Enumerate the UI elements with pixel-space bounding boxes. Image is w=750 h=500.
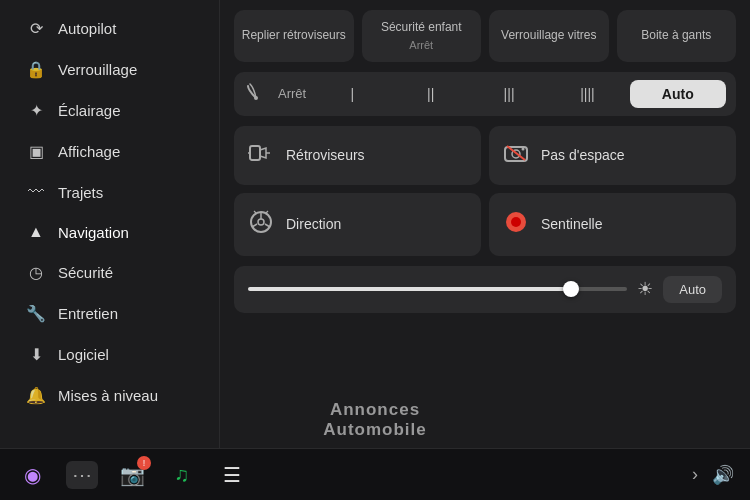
autopilot-icon: ⟳ [26,19,46,38]
sidebar-item-trajets[interactable]: 〰 Trajets [6,172,213,212]
sidebar-item-mises-a-niveau[interactable]: 🔔 Mises à niveau [6,375,213,416]
navigation-icon: ▲ [26,223,46,241]
taskbar-radio-icon[interactable]: ◉ [16,459,48,491]
sun-icon: ☀ [637,278,653,300]
wiper-icon [244,82,268,105]
sidebar-item-navigation[interactable]: ▲ Navigation [6,212,213,252]
wiper-speed-1[interactable]: | [316,80,388,108]
sentinelle-card[interactable]: Sentinelle [489,193,736,256]
boite-gants-title: Boite à gants [623,28,731,44]
spotify-icon: ♫ [175,463,190,486]
sidebar-label-affichage: Affichage [58,143,120,160]
espace-label: Pas d'espace [541,147,625,163]
record-icon [503,209,529,240]
sidebar-item-verrouillage[interactable]: 🔒 Verrouillage [6,49,213,90]
svg-point-0 [254,96,258,100]
files-icon: ☰ [223,463,241,487]
sidebar-label-verrouillage: Verrouillage [58,61,137,78]
verrouillage-vitres-title: Verrouillage vitres [495,28,603,44]
security-icon: ◷ [26,263,46,282]
sidebar-label-logiciel: Logiciel [58,346,109,363]
sidebar-item-securite[interactable]: ◷ Sécurité [6,252,213,293]
sidebar-label-autopilot: Autopilot [58,20,116,37]
wiper-auto-button[interactable]: Auto [630,80,726,108]
sidebar-item-eclairage[interactable]: ✦ Éclairage [6,90,213,131]
chevron-right-icon[interactable]: › [692,464,698,485]
lock-icon: 🔒 [26,60,46,79]
sidebar-item-entretien[interactable]: 🔧 Entretien [6,293,213,334]
brightness-control: ☀ Auto [234,266,736,313]
sidebar-item-logiciel[interactable]: ⬇ Logiciel [6,334,213,375]
wiper-control: Arrêt | || ||| |||| Auto [234,72,736,116]
taskbar-apps-icon[interactable]: ⋯ [66,459,98,491]
taskbar-right: › 🔊 [692,464,734,486]
direction-card[interactable]: Direction [234,193,481,256]
wrench-icon: 🔧 [26,304,46,323]
verrouillage-vitres-button[interactable]: Verrouillage vitres [489,10,609,62]
svg-point-6 [258,219,264,225]
brightness-slider[interactable] [248,287,627,291]
mirror-icon [248,142,274,169]
display-icon: ▣ [26,142,46,161]
sidebar-label-securite: Sécurité [58,264,113,281]
brightness-auto-button[interactable]: Auto [663,276,722,303]
boite-gants-button[interactable]: Boite à gants [617,10,737,62]
wiper-speed-4[interactable]: |||| [551,80,623,108]
retro-card[interactable]: Rétroviseurs [234,126,481,185]
gear-icon: ✦ [26,101,46,120]
sidebar-item-autopilot[interactable]: ⟳ Autopilot [6,8,213,49]
espace-card[interactable]: Pas d'espace [489,126,736,185]
retro-label: Rétroviseurs [286,147,365,163]
wiper-speed-2[interactable]: || [395,80,467,108]
sidebar-label-entretien: Entretien [58,305,118,322]
main-content: Replier rétroviseurs Sécurité enfant Arr… [220,0,750,448]
sidebar: ⟳ Autopilot 🔒 Verrouillage ✦ Éclairage ▣… [0,0,220,448]
sidebar-label-navigation: Navigation [58,224,129,241]
sidebar-label-trajets: Trajets [58,184,103,201]
direction-label: Direction [286,216,341,232]
taskbar-files-icon[interactable]: ☰ [216,459,248,491]
bell-icon: 🔔 [26,386,46,405]
securite-enfant-subtitle: Arrêt [368,38,476,52]
securite-enfant-button[interactable]: Sécurité enfant Arrêt [362,10,482,62]
radio-icon: ◉ [24,463,41,487]
apps-icon: ⋯ [66,461,98,489]
svg-point-8 [511,217,521,227]
securite-enfant-title: Sécurité enfant [368,20,476,36]
svg-rect-1 [250,146,260,160]
sidebar-label-mises: Mises à niveau [58,387,158,404]
trips-icon: 〰 [26,183,46,201]
replier-retro-title: Replier rétroviseurs [240,28,348,44]
camera-crossed-icon [503,142,529,169]
wiper-arrêt-label: Arrêt [278,86,306,101]
sentinelle-label: Sentinelle [541,216,603,232]
steering-icon [248,209,274,240]
feature-cards-grid: Rétroviseurs Pas d'espace [234,126,736,256]
wiper-speed-3[interactable]: ||| [473,80,545,108]
camera-badge: ! [137,456,151,470]
taskbar-camera-icon[interactable]: 📷 ! [116,459,148,491]
replier-retro-button[interactable]: Replier rétroviseurs [234,10,354,62]
sidebar-item-affichage[interactable]: ▣ Affichage [6,131,213,172]
volume-icon[interactable]: 🔊 [712,464,734,486]
taskbar: ◉ ⋯ 📷 ! ♫ ☰ › 🔊 [0,448,750,500]
svg-point-4 [522,147,525,150]
taskbar-spotify-icon[interactable]: ♫ [166,459,198,491]
sidebar-label-eclairage: Éclairage [58,102,121,119]
download-icon: ⬇ [26,345,46,364]
brightness-slider-container[interactable] [248,287,627,291]
top-buttons-row: Replier rétroviseurs Sécurité enfant Arr… [234,10,736,62]
